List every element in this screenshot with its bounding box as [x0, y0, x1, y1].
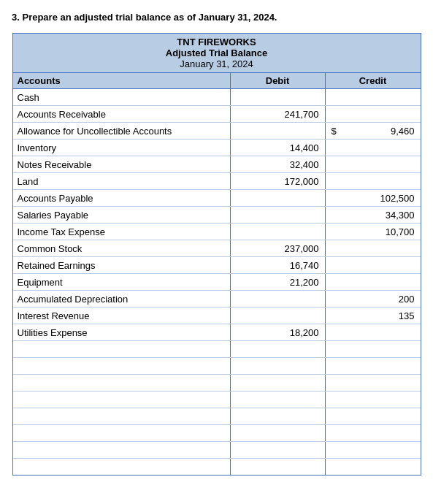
credit-col-header: Credit — [326, 73, 421, 88]
account-name-cell — [13, 442, 231, 458]
debit-cell: 241,700 — [231, 106, 326, 122]
table-row: Salaries Payable34,300 — [13, 207, 421, 224]
credit-cell — [326, 425, 421, 441]
credit-cell — [326, 341, 421, 357]
account-name-cell — [13, 459, 231, 475]
account-name-cell: Notes Receivable — [13, 156, 231, 172]
credit-cell — [326, 408, 421, 424]
debit-col-header: Debit — [231, 73, 326, 88]
account-name-cell — [13, 392, 231, 408]
credit-cell: 200 — [326, 291, 421, 307]
table-body: CashAccounts Receivable241,700Allowance … — [13, 89, 421, 475]
account-name-cell — [13, 375, 231, 391]
credit-cell — [326, 89, 421, 105]
table-row: Equipment21,200 — [13, 274, 421, 291]
credit-cell: 135 — [326, 308, 421, 324]
debit-cell — [231, 358, 326, 374]
debit-cell: 14,400 — [231, 140, 326, 156]
question-number: 3. — [12, 12, 20, 23]
debit-cell — [231, 442, 326, 458]
debit-cell — [231, 207, 326, 223]
table-row: Inventory14,400 — [13, 140, 421, 156]
account-name-cell: Income Tax Expense — [13, 224, 231, 240]
report-title: Adjusted Trial Balance — [13, 47, 421, 58]
trial-balance-table: TNT FIREWORKS Adjusted Trial Balance Jan… — [12, 33, 421, 476]
question-body: Prepare an adjusted trial balance as of … — [22, 12, 277, 23]
credit-cell — [326, 257, 421, 273]
debit-cell — [231, 341, 326, 357]
account-name-cell: Common Stock — [13, 240, 231, 256]
table-row — [13, 375, 421, 392]
debit-cell — [231, 375, 326, 391]
credit-cell — [326, 324, 421, 340]
debit-cell — [231, 425, 326, 441]
table-header: TNT FIREWORKS Adjusted Trial Balance Jan… — [13, 34, 421, 73]
table-row — [13, 358, 421, 375]
debit-cell — [231, 392, 326, 408]
table-row: Land172,000 — [13, 173, 421, 190]
account-name-cell — [13, 358, 231, 374]
account-name-cell: Retained Earnings — [13, 257, 231, 273]
table-row: Accounts Payable102,500 — [13, 190, 421, 207]
account-name-cell — [13, 341, 231, 357]
debit-cell — [231, 123, 326, 139]
credit-cell — [326, 140, 421, 156]
debit-cell: 16,740 — [231, 257, 326, 273]
credit-cell — [326, 274, 421, 290]
credit-cell: 10,700 — [326, 224, 421, 240]
account-name-cell: Accounts Receivable — [13, 106, 231, 122]
debit-cell: 18,200 — [231, 324, 326, 340]
table-row — [13, 392, 421, 408]
account-name-cell — [13, 425, 231, 441]
account-name-cell: Accounts Payable — [13, 190, 231, 206]
table-row — [13, 442, 421, 459]
account-name-cell: Allowance for Uncollectible Accounts — [13, 123, 231, 139]
table-row: Utilities Expense18,200 — [13, 324, 421, 341]
account-name-cell — [13, 408, 231, 424]
table-row — [13, 459, 421, 475]
debit-cell — [231, 308, 326, 324]
account-name-cell: Equipment — [13, 274, 231, 290]
credit-cell: 102,500 — [326, 190, 421, 206]
report-date: January 31, 2024 — [13, 58, 421, 69]
debit-cell: 32,400 — [231, 156, 326, 172]
debit-cell — [231, 291, 326, 307]
credit-cell: $9,460 — [326, 123, 421, 139]
debit-cell: 237,000 — [231, 240, 326, 256]
credit-cell — [326, 358, 421, 374]
account-name-cell: Land — [13, 173, 231, 189]
table-row: Income Tax Expense10,700 — [13, 224, 421, 240]
table-row: Retained Earnings16,740 — [13, 257, 421, 274]
table-row: Common Stock237,000 — [13, 240, 421, 257]
credit-cell — [326, 106, 421, 122]
table-row: Interest Revenue135 — [13, 308, 421, 324]
table-row — [13, 425, 421, 442]
question-text: 3. Prepare an adjusted trial balance as … — [12, 12, 421, 23]
table-row: Notes Receivable32,400 — [13, 156, 421, 173]
accounts-col-header: Accounts — [13, 73, 231, 88]
table-row: Accounts Receivable241,700 — [13, 106, 421, 123]
credit-cell — [326, 173, 421, 189]
debit-cell — [231, 224, 326, 240]
column-headers: Accounts Debit Credit — [13, 73, 421, 89]
account-name-cell: Accumulated Depreciation — [13, 291, 231, 307]
account-name-cell: Salaries Payable — [13, 207, 231, 223]
table-row — [13, 341, 421, 358]
credit-cell — [326, 375, 421, 391]
company-name: TNT FIREWORKS — [13, 37, 421, 47]
credit-cell — [326, 442, 421, 458]
account-name-cell: Inventory — [13, 140, 231, 156]
table-row: Cash — [13, 89, 421, 106]
account-name-cell: Cash — [13, 89, 231, 105]
credit-cell — [326, 240, 421, 256]
credit-cell — [326, 459, 421, 475]
account-name-cell: Utilities Expense — [13, 324, 231, 340]
table-row: Allowance for Uncollectible Accounts$9,4… — [13, 123, 421, 140]
debit-cell — [231, 89, 326, 105]
account-name-cell: Interest Revenue — [13, 308, 231, 324]
credit-cell — [326, 156, 421, 172]
debit-cell — [231, 190, 326, 206]
credit-cell: 34,300 — [326, 207, 421, 223]
table-row: Accumulated Depreciation200 — [13, 291, 421, 308]
debit-cell: 172,000 — [231, 173, 326, 189]
